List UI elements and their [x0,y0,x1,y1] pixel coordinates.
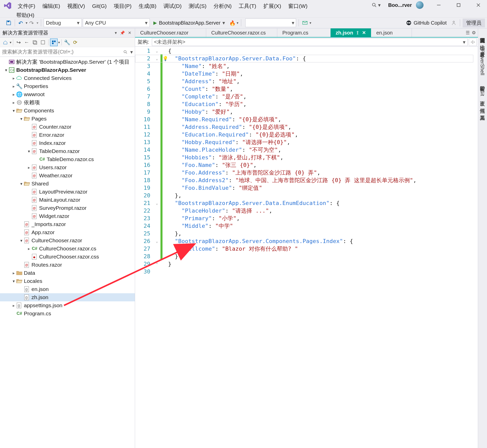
menu-edit[interactable]: 编辑(E) [39,2,64,9]
back-icon[interactable]: ← [23,39,30,46]
twist-icon[interactable] [11,271,16,275]
fold-icon[interactable]: ⌃ [153,260,160,268]
tree-item[interactable]: @CultureChooser.razor [0,236,135,245]
tree-item[interactable]: 🔧Properties [0,82,135,90]
code-line[interactable]: "Primary": "小学", [168,215,478,222]
rail-toolbox[interactable]: 工具箱 [479,110,486,113]
close-button[interactable] [471,0,486,10]
code-line[interactable]: "BootstrapBlazorApp.Server.Components.Pa… [168,237,478,245]
tab-zh-json[interactable]: zh.json⟟✕ [331,28,371,37]
wrench-icon[interactable]: 🔧 [63,39,71,46]
menu-window[interactable]: 窗口(W) [285,2,311,9]
tree-item[interactable]: @MainLayout.razor [0,196,135,204]
fold-icon[interactable]: ⌄ [153,199,160,207]
twist-icon[interactable] [4,68,9,73]
twist-icon[interactable] [11,92,16,97]
twist-icon[interactable] [19,116,24,121]
twist-icon[interactable] [11,303,16,308]
code-line[interactable]: "PlaceHolder": "请选择 ...", [168,207,478,215]
tree-item[interactable]: @_Imports.razor [0,220,135,228]
list-icon[interactable]: ☰ [466,30,470,36]
rail-properties[interactable]: 属性 [479,103,486,106]
close-icon[interactable]: ✕ [127,30,132,35]
tree-item[interactable]: 🌐wwwroot [0,90,135,98]
code-line[interactable]: "Name.PlaceHolder": "不可为空", [168,146,478,154]
tree-item[interactable]: 依赖项 [0,98,135,107]
home-icon[interactable] [2,39,9,46]
tree-item[interactable]: C#Program.cs [0,309,135,318]
minimize-button[interactable] [431,0,446,10]
platform-combo[interactable]: Any CPU▾ [83,19,150,27]
menu-git[interactable]: Git(G) [89,2,110,9]
twist-icon[interactable] [26,165,31,170]
menu-view[interactable]: 视图(V) [64,2,89,9]
menu-project[interactable]: 项目(P) [110,2,135,9]
tree-item[interactable]: Pages [0,115,135,123]
tree-item[interactable]: 解决方案 'BootstrapBlazorApp.Server' (1 个项目 [0,58,135,66]
code-line[interactable]: "Hobbies": "游泳,登山,打球,下棋", [168,154,478,161]
save-all-icon[interactable] [31,39,39,46]
tree-item[interactable]: @Counter.razor [0,123,135,131]
code-line[interactable]: "Education": "学历", [168,100,478,108]
config-combo[interactable]: Debug▾ [44,19,82,27]
menu-analyze[interactable]: 分析(N) [210,2,235,9]
pin-icon[interactable]: ⟟ [353,30,359,36]
tree-item[interactable]: {}en.json [0,285,135,293]
twist-icon[interactable] [26,246,31,251]
sync-icon[interactable]: ↪ [15,39,22,46]
tree-item[interactable]: @TableDemo.razor [0,147,135,155]
menu-test[interactable]: 测试(S) [185,2,210,9]
code-line[interactable]: "Hobby.Required": "请选择一种{0}", [168,139,478,146]
code-line[interactable]: }, [168,192,478,199]
code-line[interactable]: "Complete": "是/否", [168,93,478,100]
code-line[interactable]: "Wellcome": "Blazor 对你有什么帮助? " [168,245,478,253]
rail-test-explorer[interactable]: 测试资源管理器 [479,32,486,36]
tree-item[interactable]: @SurveyPrompt.razor [0,204,135,212]
menu-extensions[interactable]: 扩展(X) [260,2,285,9]
arch-combo[interactable]: <未选择架构>▾ [152,38,468,46]
menu-tools[interactable]: 工具(T) [235,2,260,9]
tree-item[interactable]: @App.razor [0,228,135,236]
rail-immediate[interactable]: 即时窗口 [479,81,486,84]
menu-help[interactable]: 帮助(H) [13,11,38,18]
github-copilot[interactable]: GitHub Copilot [403,20,449,26]
code-line[interactable]: "DateTime": "日期", [168,70,478,78]
fold-icon[interactable]: ⌄ [153,237,160,245]
lightbulb-icon[interactable]: 💡 [163,55,168,62]
tree-item[interactable]: Locales [0,277,135,285]
pin-icon[interactable]: 📌 [119,30,126,35]
gear-icon[interactable]: ⚙ [472,30,476,36]
tab-culturechooser-cs[interactable]: CultureChooser.razor.cs [206,28,277,37]
dropdown-icon[interactable]: ▾ [114,30,118,35]
twist-icon[interactable] [19,238,24,243]
rail-git-changes[interactable]: Git 更改 [479,88,486,99]
code-line[interactable]: "Hobby": "爱好", [168,108,478,116]
twist-icon[interactable] [11,100,16,105]
tab-en-json[interactable]: en.json [371,28,412,37]
tree-item[interactable]: Components [0,107,135,115]
code-line[interactable]: "Foo.Name": "张三 {0}", [168,161,478,169]
tab-culturechooser-razor[interactable]: CultureChooser.razor [135,28,206,37]
collapse-icon[interactable] [39,39,47,46]
code-line[interactable]: "Address": "地址", [168,78,478,85]
undo-button[interactable]: ↶ [18,19,25,26]
titlebar-search[interactable]: ▾ [368,2,384,9]
show-all-files-icon[interactable] [50,39,58,46]
code-line[interactable]: "Count": "数量", [168,85,478,93]
menu-debug[interactable]: 调试(D) [160,2,185,9]
code-line[interactable]: "BootstrapBlazorApp.Server.Data.EnumEduc… [168,199,478,207]
tree-item[interactable]: @LayoutPreview.razor [0,188,135,196]
tab-program[interactable]: Program.cs [277,28,331,37]
code-line[interactable]: "Foo.BindValue": "绑定值" [168,184,478,192]
tree-item[interactable]: @Widget.razor [0,212,135,220]
toolbar-search-box[interactable]: ▾ [245,19,296,27]
redo-button[interactable]: ↷ [28,19,36,26]
tree-item[interactable]: C#TableDemo.razor.cs [0,155,135,163]
twist-icon[interactable] [11,84,16,89]
tree-item[interactable]: Shared [0,180,135,188]
feedback-icon[interactable] [450,19,457,26]
menu-file[interactable]: 文件(F) [14,2,39,9]
avatar[interactable] [416,1,424,9]
rail-powershell[interactable]: 开发者 PowerShell [479,47,486,77]
code-line[interactable]: "Name.Required": "{0}是必填项", [168,116,478,123]
